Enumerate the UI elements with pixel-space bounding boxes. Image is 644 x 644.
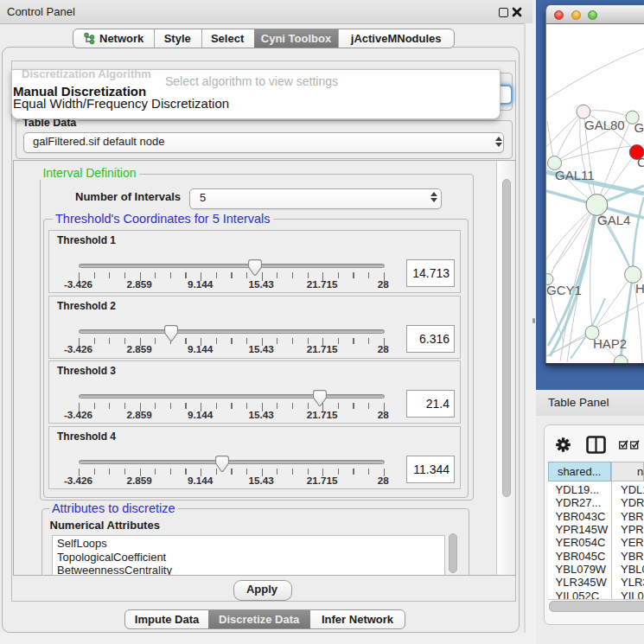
svg-text:GCY1: GCY1: [546, 283, 582, 297]
svg-text:GA: GA: [634, 120, 644, 135]
svg-text:GAL80: GAL80: [584, 118, 625, 132]
svg-text:GAL11: GAL11: [555, 168, 595, 182]
svg-text:C: C: [637, 155, 644, 169]
svg-text:GAL4: GAL4: [597, 213, 630, 227]
svg-text:H: H: [635, 281, 644, 296]
svg-text:HAP2: HAP2: [593, 336, 627, 351]
